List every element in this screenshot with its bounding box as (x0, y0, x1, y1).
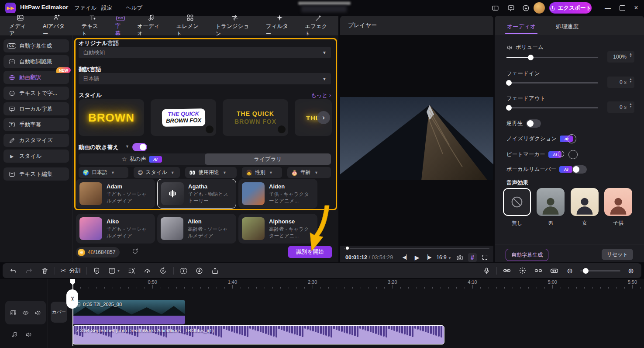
effect-male[interactable] (537, 188, 565, 216)
unlink-icon[interactable] (530, 267, 546, 275)
snapshot-icon[interactable] (456, 254, 463, 261)
style-next-arrow[interactable]: › (317, 111, 330, 124)
reverse-play-icon[interactable] (155, 267, 171, 275)
speed-icon[interactable] (140, 267, 155, 275)
video-preview[interactable] (340, 35, 493, 246)
style-card-brown[interactable]: BROWN (79, 99, 144, 136)
filter-gender[interactable]: 👧性別▼ (242, 167, 282, 178)
aspect-ratio-select[interactable]: 16:9 ▼ (436, 254, 451, 261)
vocal-remover-toggle[interactable] (572, 165, 587, 174)
my-voice-tab[interactable]: ☆ 私の声 AI (79, 153, 205, 165)
fade-in-slider[interactable] (506, 82, 598, 84)
player-seekbar[interactable] (344, 248, 489, 249)
download-icon[interactable] (278, 125, 286, 133)
tab-ai-avatar[interactable]: AIアバター (37, 14, 76, 38)
menu-help[interactable]: ヘルプ (126, 4, 142, 12)
sidebar-item-text-to-subtitle[interactable]: テキストで字... (3, 87, 69, 100)
feedback-icon[interactable] (506, 3, 516, 13)
sidebar-item-text-edit[interactable]: テキスト編集 (3, 167, 69, 181)
dubbing-collapse-icon[interactable]: ▼ (125, 144, 129, 149)
add-text-icon[interactable]: ▼ (105, 267, 124, 275)
fade-in-value[interactable]: 0 s▲▼ (607, 77, 634, 88)
export-button[interactable]: エクスポート (549, 2, 592, 14)
menu-file[interactable]: ファイル (74, 4, 96, 12)
filter-style[interactable]: 😄スタイル▼ (134, 167, 180, 178)
library-tab[interactable]: ライブラリ (205, 153, 331, 165)
style-card-block[interactable]: THE QUICKBROWN FOX (223, 99, 288, 136)
voice-card-agatha[interactable]: Agatha子ども - 物語とストーリー (157, 179, 236, 209)
visibility-eye-icon[interactable] (22, 310, 29, 316)
audio-clip[interactable]: ♪3:54 September (from DreamWorks Animati… (72, 325, 444, 345)
split-button[interactable]: ✂分割 (57, 267, 84, 275)
download-circle-icon[interactable] (192, 267, 207, 275)
player-seek-handle[interactable] (345, 246, 350, 251)
video-clip[interactable]: 0:35 T2I_2025_08 (72, 300, 185, 324)
sidebar-item-auto-subtitle[interactable]: CC自動字幕生成 (3, 39, 69, 52)
marker-icon[interactable] (89, 267, 105, 275)
stepper-icons[interactable]: ▲▼ (629, 103, 632, 108)
auto-subtitle-button[interactable]: 自動字幕生成 (506, 249, 548, 261)
style-more-link[interactable]: もっと › (311, 92, 331, 99)
reverse-toggle[interactable] (526, 119, 541, 128)
beat-info-icon[interactable] (557, 150, 565, 158)
zoom-in-icon[interactable]: ⊕ (623, 267, 639, 275)
sidebar-item-local-subtitle[interactable]: ローカル字幕 (3, 102, 69, 115)
sidebar-item-customize[interactable]: カスタマイズ (3, 134, 69, 147)
voice-card-allen[interactable]: Allen高齢者 - ソーシャルメディア (157, 214, 236, 244)
close-button[interactable]: × (631, 3, 641, 12)
volume-slider[interactable] (506, 57, 598, 58)
voiceover-mic-icon[interactable] (479, 267, 494, 275)
tab-audio-settings[interactable]: オーディオ (505, 17, 537, 35)
translate-language-select[interactable]: 日本語▼ (79, 73, 331, 84)
link-icon[interactable] (499, 267, 515, 275)
zoom-out-icon[interactable]: ⊖ (562, 267, 578, 275)
tab-subtitle[interactable]: CC字幕 (109, 14, 131, 37)
dubbing-toggle[interactable] (132, 143, 147, 151)
vocal-collapse-icon[interactable]: ▲ (566, 167, 569, 171)
layout-icon[interactable] (490, 3, 500, 13)
undo-icon[interactable] (5, 267, 21, 275)
tab-speed-settings[interactable]: 処理速度 (554, 17, 580, 35)
play-icon[interactable]: ▶ (415, 254, 420, 261)
effect-none[interactable] (503, 188, 531, 216)
timeline-ruler[interactable]: 0:501:402:303:204:105:005:50 (0, 279, 644, 289)
tab-audio[interactable]: オーディオ (131, 14, 170, 38)
magnet-snap-icon[interactable] (515, 267, 530, 275)
noise-download-icon[interactable] (567, 134, 576, 143)
stepper-icons[interactable]: ▲▼ (629, 52, 632, 57)
filter-age[interactable]: 🎂年齢▼ (287, 167, 331, 178)
menu-settings[interactable]: 設定 (101, 4, 112, 12)
filter-language[interactable]: 🌍日本語▼ (79, 167, 128, 178)
zoom-slider-handle[interactable] (583, 268, 589, 274)
timeline-zoom-slider[interactable] (580, 270, 620, 271)
text-template-icon[interactable] (176, 267, 192, 275)
stepper-icons[interactable]: ▲▼ (629, 78, 632, 83)
fit-timeline-icon[interactable] (546, 267, 562, 275)
tab-media[interactable]: メディア (3, 14, 37, 38)
minimize-button[interactable]: — (603, 3, 613, 12)
sidebar-item-manual-subtitle[interactable]: T手動字幕 (3, 118, 69, 131)
sidebar-item-video-translate[interactable]: 動画翻訳NEW (3, 71, 69, 84)
reset-button[interactable]: リセット (602, 249, 633, 260)
refresh-icon[interactable] (132, 248, 138, 254)
sidebar-item-auto-lyrics[interactable]: 自動歌詞認識 (3, 55, 69, 68)
tab-transition[interactable]: トランジション (210, 14, 260, 38)
delete-icon[interactable] (37, 267, 52, 275)
film-icon[interactable] (10, 310, 17, 316)
tab-effect[interactable]: エフェクト (299, 14, 338, 38)
download-icon[interactable] (206, 125, 214, 133)
cover-button[interactable]: カバー (51, 302, 67, 323)
remove-section-icon[interactable] (124, 267, 140, 275)
tab-text[interactable]: テキスト (76, 14, 109, 38)
export-clip-icon[interactable] (207, 267, 223, 275)
redo-icon[interactable] (21, 267, 37, 275)
tab-element[interactable]: エレメント (171, 14, 210, 38)
playhead-split-scissors[interactable]: ✂ (66, 289, 78, 309)
prev-frame-icon[interactable]: ◀▏ (403, 254, 410, 260)
voice-card-adam[interactable]: Adam子ども - ソーシャルメディア (76, 179, 155, 209)
grid-icon[interactable]: # (468, 253, 477, 262)
next-frame-icon[interactable]: ▕▶ (424, 254, 431, 260)
original-language-select[interactable]: 自動検知▼ (79, 47, 331, 58)
sidebar-item-style[interactable]: ▶スタイル (3, 150, 69, 163)
download-icon[interactable] (520, 3, 531, 13)
